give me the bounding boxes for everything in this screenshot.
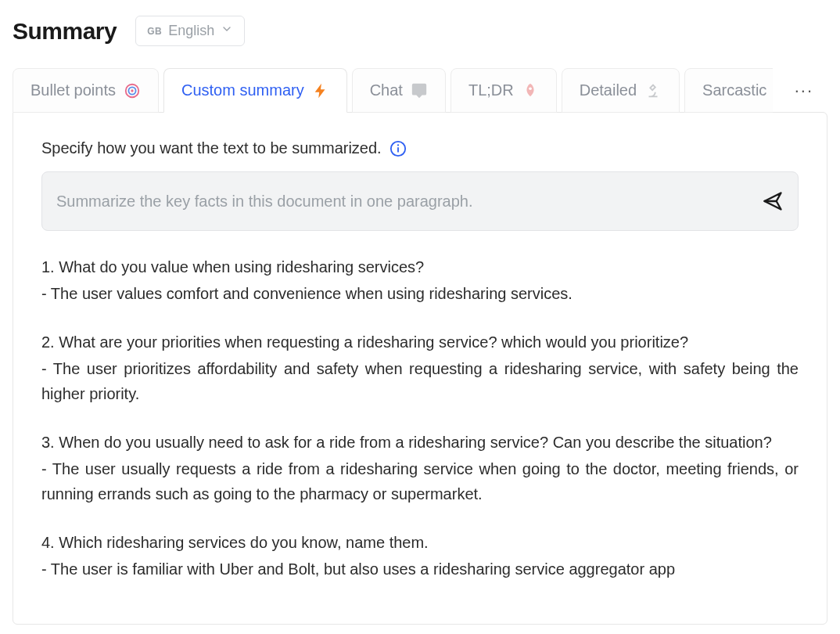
summary-item: 2. What are your priorities when request… [41, 330, 799, 406]
page-title: Summary [13, 18, 117, 45]
chat-icon [411, 82, 428, 99]
summary-question: 1. What do you value when using rideshar… [41, 254, 799, 279]
tab-label: TL;DR [468, 81, 514, 99]
tab-tldr[interactable]: TL;DR [451, 68, 557, 113]
svg-point-3 [529, 87, 532, 90]
tab-label: Detailed [580, 81, 637, 99]
summary-question: 2. What are your priorities when request… [41, 330, 799, 355]
summary-content: 1. What do you value when using rideshar… [41, 254, 799, 582]
more-tabs-button[interactable]: ··· [784, 76, 824, 106]
summary-answer: - The user values comfort and convenienc… [41, 281, 799, 306]
target-icon [124, 82, 141, 99]
summary-item: 4. Which ridesharing services do you kno… [41, 530, 799, 582]
tab-sarcastic[interactable]: Sarcastic [684, 68, 773, 113]
svg-point-6 [397, 144, 399, 146]
rocket-icon [522, 82, 539, 99]
tab-label: Sarcastic [702, 81, 766, 99]
summary-item: 1. What do you value when using rideshar… [41, 254, 799, 306]
language-prefix: GB [147, 26, 162, 37]
summary-question: 4. Which ridesharing services do you kno… [41, 530, 799, 555]
svg-point-2 [131, 89, 133, 92]
microscope-icon [644, 82, 662, 99]
tabs-bar: Bullet points Custom summary Chat TL;DR … [0, 68, 840, 113]
tab-label: Chat [370, 81, 403, 99]
tab-label: Custom summary [181, 81, 304, 99]
tab-bullet-points[interactable]: Bullet points [13, 68, 159, 113]
language-select[interactable]: GB English [135, 16, 245, 46]
custom-prompt-bar [41, 171, 799, 231]
summary-answer: - The user is familiar with Uber and Bol… [41, 557, 799, 582]
send-button[interactable] [762, 190, 784, 212]
header-bar: Summary GB English [0, 0, 840, 68]
tab-detailed[interactable]: Detailed [562, 68, 680, 113]
instruction-text: Specify how you want the text to be summ… [41, 139, 382, 157]
tab-panel: Specify how you want the text to be summ… [13, 112, 827, 625]
tab-custom-summary[interactable]: Custom summary [163, 68, 347, 113]
summary-item: 3. When do you usually need to ask for a… [41, 430, 799, 506]
language-label: English [168, 23, 214, 39]
instruction-row: Specify how you want the text to be summ… [41, 139, 799, 157]
tab-label: Bullet points [31, 81, 116, 99]
summary-answer: - The user usually requests a ride from … [41, 456, 799, 506]
chevron-down-icon [221, 23, 233, 39]
summary-question: 3. When do you usually need to ask for a… [41, 430, 799, 455]
custom-prompt-input[interactable] [56, 193, 749, 211]
tab-chat[interactable]: Chat [352, 68, 446, 113]
summary-answer: - The user prioritizes affordability and… [41, 356, 799, 406]
bolt-icon [312, 82, 329, 99]
info-icon[interactable] [389, 140, 407, 157]
